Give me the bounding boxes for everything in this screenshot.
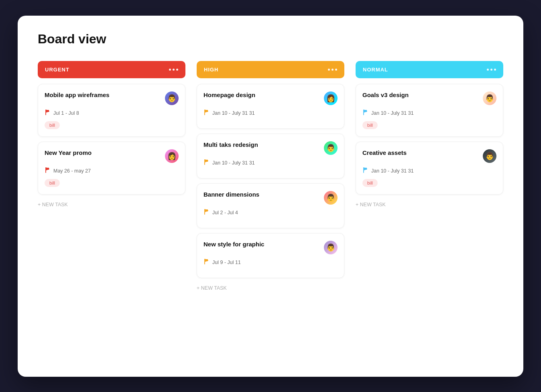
new-task-button-high[interactable]: + NEW TASK [197,284,344,292]
avatar: 👩 [324,91,338,105]
card-date-row: Jan 10 - July 31 31 [362,109,496,117]
card-date: Jul 2 - Jul 4 [212,210,238,215]
column-normal: NORMALGoals v3 design👨 Jan 10 - July 31 … [356,61,503,209]
svg-rect-5 [205,259,208,261]
avatar: 👨 [483,149,496,163]
dot [335,69,337,71]
board: URGENTMobile app wireframes👨 Jul 1 - Jul… [38,61,503,292]
dot [173,69,175,71]
card-header: Goals v3 design👨 [362,91,496,105]
avatar: 👨 [324,191,338,205]
dot [490,69,492,71]
flag-icon [45,167,51,175]
card-header: New style for graphic👨 [203,241,338,254]
svg-rect-7 [364,168,367,170]
card-header: Homepage design👩 [203,91,338,105]
card-title: Mobile app wireframes [45,91,165,98]
card-header: Mobile app wireframes👨 [45,91,179,105]
card-date-row: Jul 2 - Jul 4 [203,209,338,217]
svg-rect-1 [46,168,49,170]
card-tag[interactable]: bill [45,121,60,129]
column-header-urgent: URGENT [38,61,185,78]
avatar-face: 👨 [485,95,494,102]
flag-icon [203,209,210,217]
flag-icon [45,109,51,117]
new-task-button-normal[interactable]: + NEW TASK [356,200,503,209]
column-menu-urgent[interactable] [169,69,178,71]
avatar-face: 👨 [485,152,494,160]
card-date-row: Jul 1 - Jul 8 [45,109,179,117]
card-header: Creative assets👨 [362,149,496,163]
card-date: May 26 - may 27 [53,168,91,174]
task-card[interactable]: Multi taks redesign👨 Jan 10 - July 31 31 [197,134,344,179]
flag-icon [362,167,369,175]
card-title: Multi taks redesign [203,141,324,148]
new-task-button-urgent[interactable]: + NEW TASK [38,200,185,209]
card-date-row: May 26 - may 27 [45,167,179,175]
task-card[interactable]: Creative assets👨 Jan 10 - July 31 31bill [356,142,503,195]
avatar: 👨 [483,91,496,105]
column-menu-normal[interactable] [487,69,496,71]
task-card[interactable]: New style for graphic👨 Jul 9 - Jul 11 [197,233,344,278]
avatar: 👩 [165,149,179,163]
column-header-normal: NORMAL [356,61,503,78]
card-date-row: Jan 10 - July 31 31 [203,109,338,117]
cards-list-urgent: Mobile app wireframes👨 Jul 1 - Jul 8bill… [38,84,185,195]
card-date-row: Jul 9 - Jul 11 [203,258,338,266]
task-card[interactable]: New Year promo👩 May 26 - may 27bill [38,142,185,195]
card-title: Creative assets [362,149,483,156]
dot [494,69,496,71]
card-tag[interactable]: bill [45,179,60,187]
avatar-face: 👨 [326,194,335,201]
avatar-face: 👨 [326,144,335,152]
column-menu-high[interactable] [328,69,337,71]
flag-icon [203,109,210,117]
card-date: Jan 10 - July 31 31 [212,160,255,166]
card-date: Jan 10 - July 31 31 [371,168,414,174]
svg-rect-3 [205,160,208,162]
task-card[interactable]: Banner dimensions👨 Jul 2 - Jul 4 [197,183,344,228]
cards-list-high: Homepage design👩 Jan 10 - July 31 31Mult… [197,84,344,278]
column-label-normal: NORMAL [363,67,388,73]
avatar: 👨 [324,141,338,155]
card-tag[interactable]: bill [362,121,378,129]
task-card[interactable]: Homepage design👩 Jan 10 - July 31 31 [197,84,344,129]
dot [487,69,489,71]
card-title: Homepage design [203,91,324,98]
svg-rect-4 [205,209,208,211]
avatar-face: 👩 [167,152,176,160]
avatar-face: 👨 [167,95,176,102]
avatar: 👨 [324,241,338,254]
task-card[interactable]: Goals v3 design👨 Jan 10 - July 31 31bill [356,84,503,137]
column-label-urgent: URGENT [45,67,69,73]
card-title: Banner dimensions [203,191,324,198]
avatar-face: 👩 [326,95,335,102]
card-date-row: Jan 10 - July 31 31 [203,159,338,167]
flag-icon [203,258,210,266]
card-title: New style for graphic [203,241,324,248]
column-high: HIGHHomepage design👩 Jan 10 - July 31 31… [197,61,344,292]
card-header: Banner dimensions👨 [203,191,338,205]
card-tag[interactable]: bill [362,179,378,187]
card-header: Multi taks redesign👨 [203,141,338,155]
column-urgent: URGENTMobile app wireframes👨 Jul 1 - Jul… [38,61,185,209]
task-card[interactable]: Mobile app wireframes👨 Jul 1 - Jul 8bill [38,84,185,137]
svg-rect-6 [364,110,367,112]
app-container: Board view URGENTMobile app wireframes👨 … [18,16,523,377]
card-title: New Year promo [45,149,165,156]
card-date: Jan 10 - July 31 31 [371,110,414,116]
page-title: Board view [38,32,503,47]
flag-icon [203,159,210,167]
cards-list-normal: Goals v3 design👨 Jan 10 - July 31 31bill… [356,84,503,195]
card-header: New Year promo👩 [45,149,179,163]
card-title: Goals v3 design [362,91,483,98]
avatar-face: 👨 [326,244,335,251]
dot [176,69,178,71]
card-date: Jul 9 - Jul 11 [212,260,241,265]
card-date-row: Jan 10 - July 31 31 [362,167,496,175]
flag-icon [362,109,369,117]
dot [169,69,171,71]
card-date: Jul 1 - Jul 8 [53,110,79,116]
card-date: Jan 10 - July 31 31 [212,110,255,116]
avatar: 👨 [165,91,179,105]
